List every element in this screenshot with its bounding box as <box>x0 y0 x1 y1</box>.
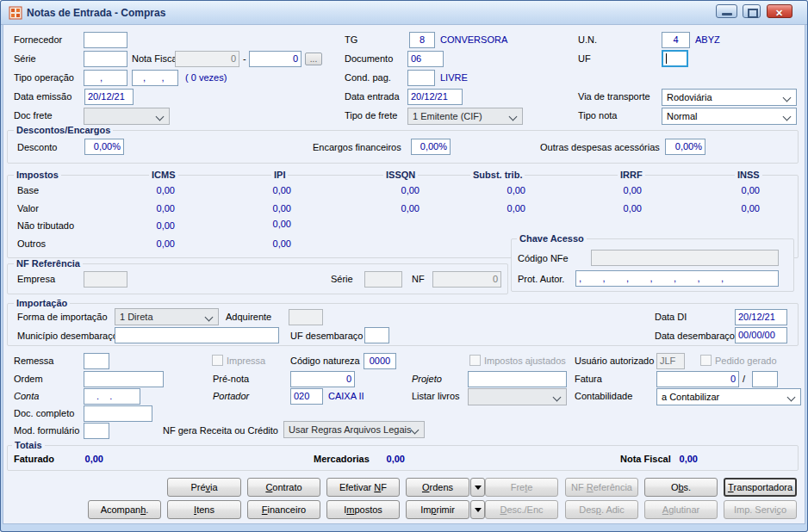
mod-formulario-input[interactable] <box>84 423 109 439</box>
descontos-group-title: Descontos/Encargos <box>14 125 113 136</box>
via-transporte-select[interactable]: Rodoviária <box>662 89 797 106</box>
dropdown-arrow-icon <box>475 508 482 516</box>
conta-input[interactable]: . . <box>84 388 140 405</box>
documento-input[interactable]: 06 <box>407 51 444 67</box>
tipo-nota-select[interactable]: Normal <box>662 108 797 125</box>
impostos-ajustados-label: Impostos ajustados <box>484 356 566 367</box>
chevron-down-icon <box>553 393 562 402</box>
imprimir-button[interactable]: Imprimir <box>406 500 469 519</box>
contabilidade-label: Contabilidade <box>575 391 632 402</box>
frete-button[interactable]: Frete <box>485 478 558 497</box>
aglutinar-button[interactable]: Aglutinar <box>644 500 718 519</box>
portador-input[interactable]: 020 <box>290 388 323 405</box>
remessa-label: Remessa <box>14 356 53 367</box>
doc-frete-select[interactable] <box>84 108 170 125</box>
projeto-label: Projeto <box>412 374 442 385</box>
fatura-parcela-input[interactable] <box>752 371 778 387</box>
codigo-natureza-input[interactable]: 0000 <box>364 353 396 369</box>
pedido-gerado-checkbox[interactable] <box>700 355 712 366</box>
nf-referencia-group-title: NF Referência <box>14 258 83 269</box>
minimize-button[interactable] <box>716 4 737 18</box>
impostos-button[interactable]: Impostos <box>326 500 400 519</box>
prot-autor-input[interactable]: , , , , , , , <box>575 270 779 287</box>
restore-button[interactable] <box>743 4 761 18</box>
impostos-group-title: Impostos <box>14 170 61 181</box>
impressa-checkbox[interactable] <box>212 355 223 366</box>
efetivar-nf-button[interactable]: Efetivar NF <box>326 478 400 497</box>
data-emissao-label: Data emissão <box>14 91 71 102</box>
financeiro-button[interactable]: Financeiro <box>247 500 320 519</box>
un-input[interactable]: 4 <box>662 32 690 48</box>
listar-livros-label: Listar livros <box>412 391 460 402</box>
close-button[interactable]: ✕ <box>767 4 792 18</box>
nf-gera-label: NF gera Receita ou Crédito <box>163 425 278 436</box>
remessa-input[interactable] <box>84 353 109 369</box>
nf-referencia-button[interactable]: NF Referência <box>565 478 638 497</box>
projeto-input[interactable] <box>468 371 567 387</box>
pre-nota-label: Pré-nota <box>213 374 249 385</box>
col-subst-trib: Subst. trib. <box>470 170 525 181</box>
cond-pag-input[interactable] <box>407 70 435 86</box>
ordens-dropdown-button[interactable] <box>470 478 485 497</box>
chevron-down-icon <box>411 426 420 435</box>
window: Notas de Entrada - Compras ✕ Fornecedor … <box>0 0 808 532</box>
portador-label: Portador <box>213 391 249 402</box>
nota-fiscal-from-input[interactable]: 0 <box>175 51 239 67</box>
contrato-button[interactable]: Contrato <box>247 478 320 497</box>
listar-livros-select[interactable] <box>468 388 567 405</box>
desc-enc-button[interactable]: Desc./Enc <box>485 500 558 519</box>
previa-button[interactable]: Prévia <box>167 478 241 497</box>
contabilidade-select[interactable]: a Contabilizar <box>656 388 801 405</box>
cond-pag-description: LIVRE <box>440 72 468 84</box>
codigo-nfe-input[interactable] <box>591 250 779 266</box>
nota-fiscal-to-input[interactable]: 0 <box>249 51 301 67</box>
tg-input[interactable]: 8 <box>409 32 435 48</box>
desp-adic-button[interactable]: Desp. Adic <box>565 500 638 519</box>
ordem-input[interactable] <box>84 371 164 387</box>
title-bar[interactable]: Notas de Entrada - Compras <box>1 1 807 25</box>
serie-label: Série <box>14 53 36 65</box>
doc-completo-input[interactable] <box>84 405 152 422</box>
restore-icon <box>748 9 758 18</box>
obs-button[interactable]: Obs. <box>644 478 718 497</box>
col-ipi: IPI <box>271 170 288 181</box>
nota-fiscal-browse-button[interactable]: ... <box>305 53 322 65</box>
col-issqn: ISSQN <box>383 170 418 181</box>
minimize-icon <box>722 13 732 15</box>
fatura-input[interactable]: 0 <box>656 371 739 387</box>
acompanh-button[interactable]: Acompanh. <box>88 500 161 519</box>
tipo-operacao-input-1[interactable]: , <box>84 70 127 86</box>
pre-nota-input[interactable]: 0 <box>290 371 355 387</box>
data-emissao-input[interactable]: 20/12/21 <box>84 89 134 105</box>
impostos-ajustados-checkbox[interactable] <box>469 355 481 366</box>
uf-input[interactable] <box>662 50 688 67</box>
tg-description: CONVERSORA <box>440 34 507 46</box>
chevron-down-icon <box>509 113 518 121</box>
serie-input[interactable] <box>84 51 127 67</box>
usuario-autorizado-label: Usuário autorizado <box>575 356 654 367</box>
tipo-nota-label: Tipo nota <box>578 110 617 121</box>
data-entrada-input[interactable]: 20/12/21 <box>407 89 463 105</box>
imp-servico-button[interactable]: Imp. Serviço <box>724 500 797 519</box>
via-transporte-label: Via de transporte <box>578 91 650 102</box>
transportadora-button[interactable]: Transportadora <box>724 478 797 497</box>
un-label: U.N. <box>578 34 597 46</box>
importacao-groupbox <box>7 303 799 346</box>
codigo-natureza-label: Código natureza <box>290 356 360 367</box>
nota-fiscal-dash: - <box>243 53 246 65</box>
fornecedor-input[interactable] <box>84 32 127 48</box>
ordens-button[interactable]: Ordens <box>406 478 469 497</box>
ordem-label: Ordem <box>14 374 43 385</box>
impressa-label: Impressa <box>227 356 265 367</box>
itens-button[interactable]: Itens <box>167 500 241 519</box>
chave-acesso-group-title: Chave Acesso <box>517 233 587 244</box>
tg-label: TG <box>345 34 357 46</box>
nf-gera-select[interactable]: Usar Regras Arquivos Legais <box>283 421 425 438</box>
fatura-separator: / <box>743 374 745 385</box>
conta-label: Conta <box>14 391 39 402</box>
usuario-autorizado-input[interactable]: JLF <box>656 353 685 369</box>
imprimir-dropdown-button[interactable] <box>470 500 485 519</box>
tipo-frete-select[interactable]: 1 Emitente (CIF) <box>407 108 523 125</box>
documento-label: Documento <box>345 53 393 65</box>
tipo-operacao-input-2[interactable]: , , <box>132 70 178 86</box>
